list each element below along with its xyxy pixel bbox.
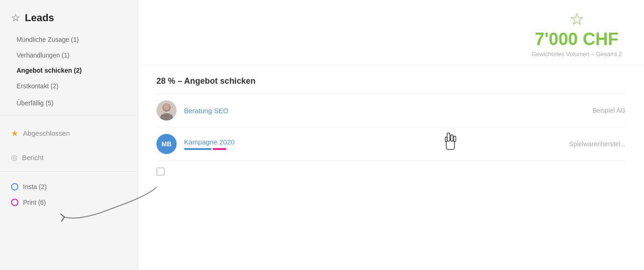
- bar-blue: [184, 148, 212, 150]
- checkbox-row: [156, 161, 626, 182]
- pipeline-print-label: Print (6): [23, 199, 46, 206]
- avatar-image-1: [156, 100, 177, 121]
- pipeline-dot-insta: [11, 183, 18, 190]
- lead-name-2[interactable]: Kampagne 2020: [184, 138, 560, 146]
- lead-info-1: Beratung SEO: [184, 107, 583, 115]
- leads-star-icon: ☆: [11, 12, 20, 24]
- pipeline-section: Insta (2) Print (6): [0, 179, 138, 210]
- nav-section-bericht[interactable]: ◎ Bericht: [0, 148, 138, 167]
- lead-avatar-1: [156, 100, 177, 121]
- lead-name-1[interactable]: Beratung SEO: [184, 107, 583, 115]
- divider-2: [0, 171, 138, 172]
- lead-company-2: Spielwarenherstel...: [560, 140, 626, 148]
- lead-avatar-2: MB: [156, 134, 177, 154]
- svg-point-3: [163, 104, 170, 110]
- sidebar: ☆ Leads Mündliche Zusage (1) Verhandlung…: [0, 0, 138, 270]
- nav-item-verhandlungen[interactable]: Verhandlungen (1): [0, 48, 138, 63]
- nav-item-uberfallig[interactable]: Überfällig (5): [0, 96, 138, 111]
- lead-progress-bar: [184, 148, 560, 150]
- lead-row[interactable]: Beratung SEO Beispiel AG: [156, 94, 626, 127]
- kpi-star-icon: ☆: [531, 11, 622, 28]
- content-area: 28 % – Angebot schicken: [138, 65, 644, 270]
- bericht-icon: ◎: [11, 153, 17, 162]
- kpi-block: ☆ 7'000 CHF Gewichtetes Volumen – Gesamt…: [531, 11, 622, 57]
- pipeline-insta-label: Insta (2): [23, 183, 46, 190]
- nav-section-abgeschlossen[interactable]: ★ Abgeschlossen: [0, 123, 138, 144]
- abgeschlossen-label: Abgeschlossen: [23, 129, 70, 137]
- nav-item-erstkontakt[interactable]: Erstkontakt (2): [0, 79, 138, 94]
- pipeline-item-insta[interactable]: Insta (2): [0, 179, 138, 195]
- bar-pink: [213, 148, 226, 150]
- section-header: 28 % – Angebot schicken: [156, 76, 626, 86]
- pipeline-dot-print: [11, 199, 18, 206]
- add-lead-checkbox[interactable]: [156, 167, 165, 176]
- kpi-area: ☆ 7'000 CHF Gewichtetes Volumen – Gesamt…: [138, 0, 644, 65]
- pipeline-item-print[interactable]: Print (6): [0, 195, 138, 210]
- divider-1: [0, 115, 138, 115]
- star-filled-icon: ★: [11, 128, 18, 138]
- lead-list: Beratung SEO Beispiel AG MB Kampagne 202…: [156, 93, 626, 182]
- sidebar-header: ☆ Leads: [0, 9, 138, 32]
- nav-item-angebot[interactable]: Angebot schicken (2): [0, 63, 138, 79]
- kpi-label: Gewichtetes Volumen – Gesamt 2: [531, 51, 622, 57]
- sidebar-nav: Mündliche Zusage (1) Verhandlungen (1) A…: [0, 32, 138, 111]
- lead-company-1: Beispiel AG: [583, 107, 626, 114]
- kpi-value: 7'000 CHF: [531, 30, 622, 48]
- bericht-label: Bericht: [22, 154, 44, 161]
- lead-info-2: Kampagne 2020: [184, 138, 560, 150]
- sidebar-title: Leads: [25, 12, 54, 24]
- nav-item-mundliche[interactable]: Mündliche Zusage (1): [0, 32, 138, 48]
- main-content: ☆ 7'000 CHF Gewichtetes Volumen – Gesamt…: [138, 0, 644, 270]
- lead-row[interactable]: MB Kampagne 2020 Spielwarenherstel...: [156, 127, 626, 161]
